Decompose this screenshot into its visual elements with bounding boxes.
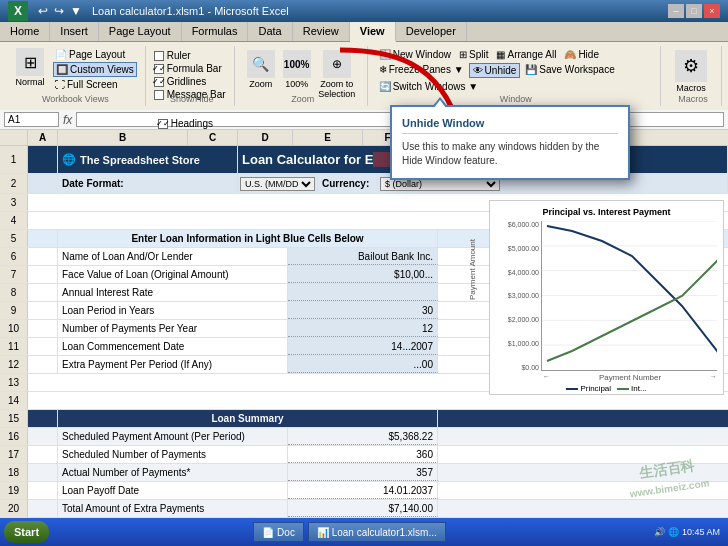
- cell-a8[interactable]: [28, 284, 58, 301]
- split-button[interactable]: ⊞ Split: [456, 48, 491, 61]
- cell-b8[interactable]: Annual Interest Rate: [58, 284, 288, 301]
- cell-b19[interactable]: Loan Payoff Date: [58, 482, 288, 499]
- headings-checkbox[interactable]: ✓ Headings: [158, 118, 226, 129]
- cell-a16[interactable]: [28, 428, 58, 445]
- start-button[interactable]: Start: [4, 521, 49, 543]
- arrange-all-button[interactable]: ▦ Arrange All: [493, 48, 559, 61]
- cell-b5-header[interactable]: Enter Loan Information in Light Blue Cel…: [58, 230, 438, 247]
- cell-a7[interactable]: [28, 266, 58, 283]
- freeze-panes-button[interactable]: ❄ Freeze Panes ▼: [376, 63, 467, 76]
- cell-b18[interactable]: Actual Number of Payments*: [58, 464, 288, 481]
- cell-currency-label[interactable]: Currency:: [318, 174, 378, 193]
- full-screen-button[interactable]: ⛶ Full Screen: [53, 78, 137, 91]
- tab-page-layout[interactable]: Page Layout: [99, 22, 182, 41]
- cell-a2[interactable]: [28, 174, 58, 193]
- close-button[interactable]: ×: [704, 4, 720, 18]
- minimize-button[interactable]: –: [668, 4, 684, 18]
- cell-e19-value[interactable]: 14.01.2037: [288, 482, 438, 499]
- cell-e18-value[interactable]: 357: [288, 464, 438, 481]
- taskbar-doc-item[interactable]: 📄 Doc: [253, 522, 304, 542]
- tab-home[interactable]: Home: [0, 22, 50, 41]
- tab-data[interactable]: Data: [248, 22, 292, 41]
- unhide-button[interactable]: 👁 Unhide: [469, 63, 521, 78]
- redo-button[interactable]: ↪: [52, 3, 66, 19]
- cell-e7-value[interactable]: $10,00...: [288, 266, 438, 283]
- cell-b7[interactable]: Face Value of Loan (Original Amount): [58, 266, 288, 283]
- hide-button[interactable]: 🙈 Hide: [561, 48, 602, 61]
- scheduled-num-value: 360: [416, 449, 433, 460]
- cell-rest19[interactable]: [438, 482, 728, 499]
- quick-access-dropdown[interactable]: ▼: [68, 3, 84, 19]
- cell-rest15[interactable]: [438, 410, 728, 427]
- table-row: 20 Total Amount of Extra Payments $7,140…: [0, 500, 728, 518]
- formula-bar-checkbox[interactable]: ✓ Formula Bar: [154, 63, 226, 74]
- cell-e6-value[interactable]: Bailout Bank Inc.: [288, 248, 438, 265]
- taskbar-excel-item[interactable]: 📊 Loan calculator1.xlsm...: [308, 522, 446, 542]
- zoom-100-button[interactable]: 100% 100%: [281, 48, 313, 91]
- cell-e11-value[interactable]: 14...2007: [288, 338, 438, 355]
- cell-e17-value[interactable]: 360: [288, 446, 438, 463]
- cell-a12[interactable]: [28, 356, 58, 373]
- cell-b16[interactable]: Scheduled Payment Amount (Per Period): [58, 428, 288, 445]
- tab-view[interactable]: View: [350, 22, 396, 42]
- section-header-text: Enter Loan Information in Light Blue Cel…: [131, 233, 363, 244]
- cell-b20[interactable]: Total Amount of Extra Payments: [58, 500, 288, 517]
- row-num-6: 6: [0, 248, 28, 265]
- cell-e10-value[interactable]: 12: [288, 320, 438, 337]
- save-workspace-button[interactable]: 💾 Save Workspace: [522, 63, 617, 76]
- cell-e9-value[interactable]: 30: [288, 302, 438, 319]
- cell-a5[interactable]: [28, 230, 58, 247]
- tab-review[interactable]: Review: [293, 22, 350, 41]
- undo-button[interactable]: ↩: [36, 3, 50, 19]
- name-box[interactable]: [4, 112, 59, 127]
- cell-b12[interactable]: Extra Payment Per Period (If Any): [58, 356, 288, 373]
- cell-a9[interactable]: [28, 302, 58, 319]
- cell-e20-value[interactable]: $7,140.00: [288, 500, 438, 517]
- cell-a17[interactable]: [28, 446, 58, 463]
- date-format-select[interactable]: U.S. (MM/DD/YYYY): [240, 177, 315, 191]
- cell-a6[interactable]: [28, 248, 58, 265]
- cell-rest17[interactable]: [438, 446, 728, 463]
- gridlines-checkbox[interactable]: ✓ Gridlines: [154, 76, 226, 87]
- cell-b2[interactable]: Date Format:: [58, 174, 238, 193]
- legend-principal: Principal: [566, 384, 611, 393]
- cell-a18[interactable]: [28, 464, 58, 481]
- cell-a19[interactable]: [28, 482, 58, 499]
- cell-a1[interactable]: [28, 146, 58, 173]
- switch-windows-button[interactable]: 🔄 Switch Windows ▼: [376, 80, 481, 93]
- cell-e8-value[interactable]: [288, 284, 438, 301]
- cell-b17[interactable]: Scheduled Number of Payments: [58, 446, 288, 463]
- popup-dialog[interactable]: Unhide Window Use this to make any windo…: [390, 105, 630, 180]
- cell-b11[interactable]: Loan Commencement Date: [58, 338, 288, 355]
- cell-rest16[interactable]: [438, 428, 728, 445]
- page-layout-button[interactable]: 📄 Page Layout: [53, 48, 137, 61]
- tab-developer[interactable]: Developer: [396, 22, 467, 41]
- new-window-button[interactable]: 🪟 New Window: [376, 48, 454, 61]
- cell-a20[interactable]: [28, 500, 58, 517]
- tab-insert[interactable]: Insert: [50, 22, 99, 41]
- cell-a11[interactable]: [28, 338, 58, 355]
- tab-formulas[interactable]: Formulas: [182, 22, 249, 41]
- ribbon-content: ⊞ Normal 📄 Page Layout 🔲 Custom Views ⛶ …: [0, 42, 728, 110]
- macros-button[interactable]: ⚙ Macros: [669, 48, 713, 95]
- cell-b10[interactable]: Number of Payments Per Year: [58, 320, 288, 337]
- cell-b9[interactable]: Loan Period in Years: [58, 302, 288, 319]
- cell-date-dropdown[interactable]: U.S. (MM/DD/YYYY): [238, 174, 318, 193]
- ruler-checkbox[interactable]: Ruler: [154, 50, 226, 61]
- cell-b6[interactable]: Name of Loan And/Or Lender: [58, 248, 288, 265]
- cell-b15-header[interactable]: Loan Summary: [58, 410, 438, 427]
- cell-rest20[interactable]: [438, 500, 728, 517]
- cell-b1[interactable]: 🌐 The Spreadsheet Store: [58, 146, 238, 173]
- formula-bar-checkbox-box: ✓: [154, 64, 164, 74]
- cell-rest18[interactable]: [438, 464, 728, 481]
- cell-e16-value[interactable]: $5,368.22: [288, 428, 438, 445]
- cell-e12-value[interactable]: ...00: [288, 356, 438, 373]
- cell-a10[interactable]: [28, 320, 58, 337]
- zoom-button[interactable]: 🔍 Zoom: [243, 48, 279, 91]
- maximize-button[interactable]: □: [686, 4, 702, 18]
- custom-views-button[interactable]: 🔲 Custom Views: [53, 62, 137, 77]
- normal-button[interactable]: ⊞ Normal: [10, 46, 50, 89]
- extra-payment-label: Extra Payment Per Period (If Any): [62, 359, 212, 370]
- title-bar-controls: – □ ×: [668, 4, 720, 18]
- cell-a15[interactable]: [28, 410, 58, 427]
